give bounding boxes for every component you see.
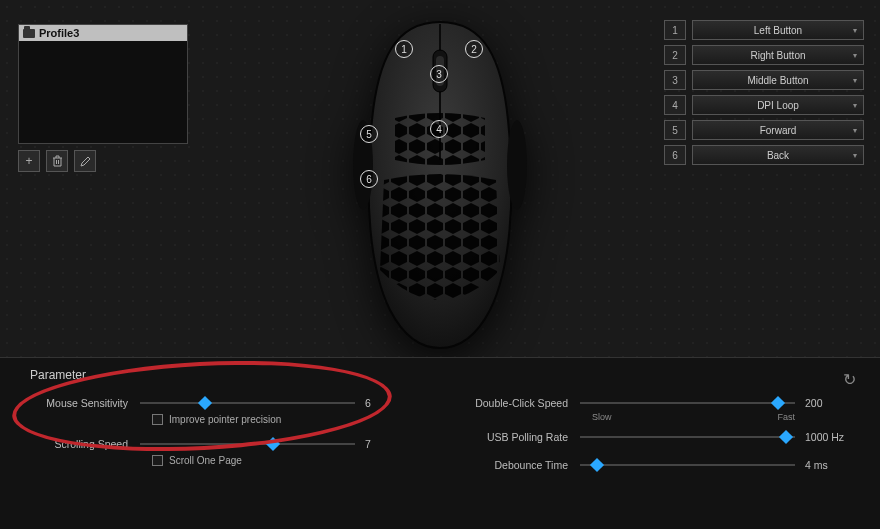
mouse-sensitivity-label: Mouse Sensitivity (30, 397, 140, 409)
btn-index: 4 (664, 95, 686, 115)
debounce-slider[interactable] (580, 458, 795, 472)
profile-list[interactable]: Profile3 (18, 24, 188, 144)
diagram-marker-3: 3 (430, 65, 448, 83)
mouse-sensitivity-slider[interactable] (140, 396, 355, 410)
assign-button-4[interactable]: DPI Loop (692, 95, 864, 115)
edit-profile-button[interactable] (74, 150, 96, 172)
double-click-slider[interactable] (580, 396, 795, 410)
profile-item-selected[interactable]: Profile3 (19, 25, 187, 41)
button-assignments: 1Left Button 2Right Button 3Middle Butto… (664, 20, 864, 170)
pencil-icon (80, 156, 91, 167)
mouse-sensitivity-value: 6 (355, 397, 410, 409)
profile-name: Profile3 (39, 27, 79, 39)
svg-point-5 (507, 120, 527, 210)
add-profile-button[interactable]: + (18, 150, 40, 172)
assign-button-6[interactable]: Back (692, 145, 864, 165)
panel-title: Parameter (30, 368, 850, 382)
debounce-label: Debounce Time (470, 459, 580, 471)
scrolling-speed-slider[interactable] (140, 437, 355, 451)
diagram-marker-4: 4 (430, 120, 448, 138)
diagram-marker-2: 2 (465, 40, 483, 58)
double-click-value: 200 (795, 397, 850, 409)
polling-rate-value: 1000 Hz (795, 431, 850, 443)
trash-icon (52, 155, 63, 167)
diagram-marker-1: 1 (395, 40, 413, 58)
assign-button-5[interactable]: Forward (692, 120, 864, 140)
improve-precision-checkbox[interactable] (152, 414, 163, 425)
assign-button-3[interactable]: Middle Button (692, 70, 864, 90)
diagram-marker-5: 5 (360, 125, 378, 143)
scrolling-speed-label: Scrolling Speed (30, 438, 140, 450)
btn-index: 6 (664, 145, 686, 165)
btn-index: 2 (664, 45, 686, 65)
mouse-diagram: 1 2 3 4 5 6 (300, 10, 580, 350)
scroll-one-page-checkbox[interactable] (152, 455, 163, 466)
btn-index: 1 (664, 20, 686, 40)
improve-precision-label: Improve pointer precision (169, 414, 281, 425)
double-click-label: Double-Click Speed (470, 397, 580, 409)
folder-icon (23, 29, 35, 38)
double-click-low: Slow (592, 412, 612, 422)
double-click-high: Fast (777, 412, 795, 422)
btn-index: 5 (664, 120, 686, 140)
reset-button[interactable]: ↻ (843, 370, 856, 389)
polling-rate-slider[interactable] (580, 430, 795, 444)
parameter-panel: Parameter ↻ Mouse Sensitivity 6 Improve … (0, 357, 880, 529)
polling-rate-label: USB Polling Rate (470, 431, 580, 443)
btn-index: 3 (664, 70, 686, 90)
scrolling-speed-value: 7 (355, 438, 410, 450)
assign-button-1[interactable]: Left Button (692, 20, 864, 40)
diagram-marker-6: 6 (360, 170, 378, 188)
delete-profile-button[interactable] (46, 150, 68, 172)
debounce-value: 4 ms (795, 459, 850, 471)
assign-button-2[interactable]: Right Button (692, 45, 864, 65)
scroll-one-page-label: Scroll One Page (169, 455, 242, 466)
